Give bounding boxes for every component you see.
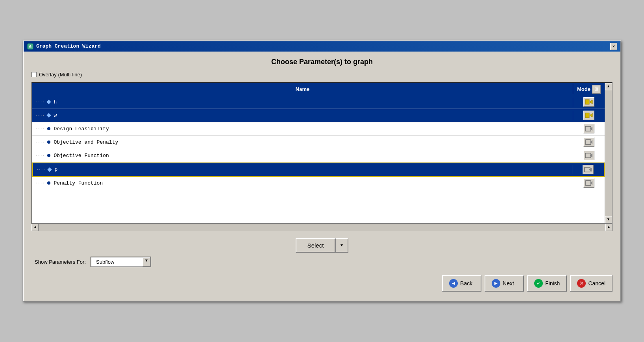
back-button[interactable]: ◄ Back (442, 275, 481, 292)
table-inner: Name Mode ⊞ ···· h (32, 83, 605, 223)
cancel-icon: ✕ (577, 279, 586, 288)
row-indent: ···· (35, 113, 44, 118)
columns-button[interactable]: ⊞ (592, 85, 601, 94)
main-window: G Graph Creation Wizard ✕ Choose Paramet… (23, 41, 621, 302)
next-icon: ► (492, 279, 500, 288)
diamond-icon (47, 100, 51, 104)
row-label: Objective Function (54, 153, 109, 159)
col-mode-header: Mode ⊞ (573, 83, 605, 96)
table-row[interactable]: ···· w (32, 109, 605, 122)
window-body: Choose Parameter(s) to graph Overlay (Mu… (24, 52, 620, 301)
svg-marker-16 (341, 244, 343, 246)
svg-rect-4 (585, 113, 589, 118)
row-label: Design Feasibility (54, 126, 109, 132)
row-indent: ···· (35, 126, 44, 131)
app-icon: G (27, 43, 34, 50)
scroll-down-button[interactable]: ▼ (605, 216, 612, 223)
row-name-cell[interactable]: ···· h (32, 98, 573, 107)
back-icon: ◄ (449, 279, 458, 288)
dot-icon (47, 127, 50, 130)
bottom-buttons: ◄ Back ► Next ✓ Finish ✕ Cancel (31, 275, 613, 295)
select-dropdown-button[interactable] (335, 238, 348, 253)
scroll-track[interactable] (605, 90, 612, 216)
mode-button[interactable] (583, 137, 594, 147)
svg-text:G: G (29, 45, 31, 49)
show-params-select-wrapper[interactable]: Subflow ▼ (91, 257, 151, 267)
cancel-button[interactable]: ✕ Cancel (570, 275, 613, 292)
close-button[interactable]: ✕ (610, 43, 617, 50)
svg-marker-3 (590, 100, 592, 104)
table-row-selected[interactable]: ···· p (32, 163, 605, 177)
show-params-select-value[interactable]: Subflow (91, 257, 142, 266)
title-bar: G Graph Creation Wizard ✕ (24, 41, 620, 52)
diamond-icon (47, 113, 51, 117)
scroll-left-button[interactable]: ◄ (31, 224, 39, 231)
row-name-cell[interactable]: ···· Objective Function (32, 151, 573, 160)
row-label: Objective and Penalty (54, 139, 118, 145)
hscroll-track[interactable] (39, 224, 605, 231)
vertical-scrollbar[interactable]: ▲ ▼ (605, 83, 612, 223)
mode-button[interactable] (583, 151, 594, 160)
row-mode-cell[interactable] (573, 149, 605, 162)
row-indent: ···· (35, 100, 44, 104)
show-params-label: Show Parameters For: (35, 259, 86, 265)
overlay-row: Overlay (Multi-line) (31, 72, 613, 78)
select-button[interactable]: Select (296, 238, 336, 253)
select-section: Select (31, 238, 613, 253)
dot-icon (47, 154, 50, 157)
row-label: p (54, 166, 57, 172)
window-title: Graph Creation Wizard (36, 43, 101, 49)
row-indent: ···· (35, 153, 44, 158)
select-button-group: Select (296, 238, 349, 253)
horizontal-scrollbar[interactable]: ◄ ► (31, 224, 613, 231)
show-params-row: Show Parameters For: Subflow ▼ (31, 257, 613, 267)
mode-button[interactable] (583, 178, 594, 188)
overlay-label: Overlay (Multi-line) (39, 72, 82, 78)
page-title: Choose Parameter(s) to graph (31, 58, 613, 66)
mode-button[interactable] (583, 111, 594, 120)
svg-marker-5 (590, 113, 592, 117)
table-row[interactable]: ···· Objective Function (32, 149, 605, 163)
show-params-dropdown-button[interactable]: ▼ (142, 257, 150, 266)
row-label: h (54, 99, 57, 105)
table-header: Name Mode ⊞ (32, 83, 605, 96)
title-bar-left: G Graph Creation Wizard (27, 43, 101, 50)
table-row[interactable]: ···· h (32, 96, 605, 109)
dot-icon (47, 140, 50, 144)
diamond-icon (48, 167, 52, 172)
parameters-table: Name Mode ⊞ ···· h (31, 82, 613, 224)
mode-button[interactable] (583, 97, 594, 107)
row-label: Penalty Function (54, 180, 103, 186)
row-name-cell[interactable]: ···· Design Feasibility (32, 124, 573, 133)
table-row[interactable]: ···· Objective and Penalty (32, 136, 605, 149)
row-mode-cell[interactable] (573, 122, 605, 135)
finish-button[interactable]: ✓ Finish (527, 275, 567, 292)
row-name-cell[interactable]: ···· w (32, 111, 573, 120)
row-mode-cell[interactable] (573, 177, 605, 189)
overlay-checkbox[interactable] (31, 72, 37, 77)
row-mode-cell[interactable] (572, 163, 604, 176)
table-row[interactable]: ···· Penalty Function (32, 177, 605, 190)
row-mode-cell[interactable] (573, 109, 605, 122)
row-indent: ···· (35, 181, 44, 185)
table-body: ···· h (32, 96, 605, 223)
svg-rect-2 (585, 100, 589, 104)
finish-icon: ✓ (534, 279, 543, 288)
row-label: w (54, 113, 57, 118)
row-name-cell[interactable]: ···· p (33, 165, 572, 174)
dot-icon (47, 181, 50, 185)
row-indent: ···· (35, 140, 44, 144)
row-mode-cell[interactable] (573, 96, 605, 108)
row-name-cell[interactable]: ···· Objective and Penalty (32, 138, 573, 147)
scroll-right-button[interactable]: ► (605, 224, 613, 231)
row-mode-cell[interactable] (573, 136, 605, 148)
table-row[interactable]: ···· Design Feasibility (32, 122, 605, 136)
row-indent: ···· (36, 167, 45, 172)
next-button[interactable]: ► Next (485, 275, 524, 292)
mode-button[interactable] (583, 165, 594, 174)
overlay-checkbox-wrapper[interactable]: Overlay (Multi-line) (31, 72, 82, 78)
col-name-header: Name (32, 84, 573, 94)
row-name-cell[interactable]: ···· Penalty Function (32, 179, 573, 188)
mode-button[interactable] (583, 124, 594, 133)
scroll-up-button[interactable]: ▲ (605, 83, 612, 90)
